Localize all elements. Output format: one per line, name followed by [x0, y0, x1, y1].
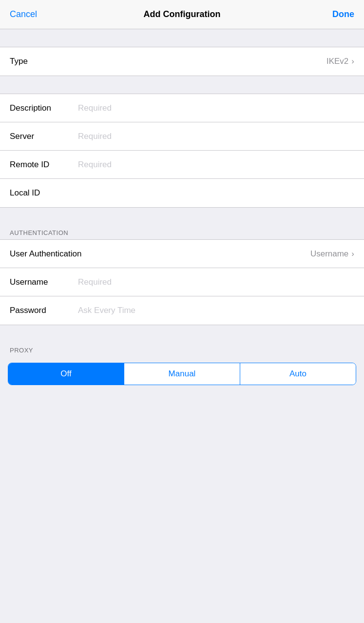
proxy-section-header: PROXY	[0, 343, 364, 357]
password-input[interactable]	[73, 306, 354, 315]
server-input[interactable]	[73, 132, 354, 141]
type-section: Type IKEv2 ›	[0, 47, 364, 76]
authentication-section: User Authentication Username › Username …	[0, 239, 364, 325]
server-info-section: Description Server Remote ID Local ID	[0, 94, 364, 208]
remote-id-label: Remote ID	[10, 160, 73, 170]
proxy-auto-button[interactable]: Auto	[240, 363, 356, 385]
username-label: Username	[10, 277, 73, 287]
proxy-segment-container: Off Manual Auto	[0, 357, 364, 391]
user-auth-value-container: Username ›	[310, 249, 354, 259]
description-input[interactable]	[73, 103, 354, 113]
remote-id-row[interactable]: Remote ID	[0, 151, 364, 179]
proxy-manual-button[interactable]: Manual	[124, 363, 240, 385]
proxy-segment-control: Off Manual Auto	[8, 363, 356, 385]
description-row[interactable]: Description	[0, 94, 364, 122]
password-label: Password	[10, 306, 73, 315]
type-row[interactable]: Type IKEv2 ›	[0, 47, 364, 76]
user-auth-label: User Authentication	[10, 249, 81, 259]
local-id-input[interactable]	[73, 188, 354, 198]
section-gap-2	[0, 76, 364, 94]
section-gap-1	[0, 29, 364, 47]
type-value-container: IKEv2 ›	[326, 57, 354, 66]
server-label: Server	[10, 132, 73, 141]
user-auth-row[interactable]: User Authentication Username ›	[0, 240, 364, 268]
page-title: Add Configuration	[49, 9, 315, 19]
type-chevron-icon: ›	[351, 57, 354, 66]
username-input[interactable]	[73, 277, 354, 287]
user-auth-value: Username	[310, 249, 348, 259]
type-value: IKEv2	[326, 57, 348, 66]
username-row[interactable]: Username	[0, 268, 364, 296]
password-row[interactable]: Password	[0, 296, 364, 325]
navigation-bar: Cancel Add Configuration Done	[0, 0, 364, 29]
server-row[interactable]: Server	[0, 122, 364, 151]
cancel-button[interactable]: Cancel	[10, 9, 49, 19]
description-label: Description	[10, 103, 73, 113]
local-id-row[interactable]: Local ID	[0, 179, 364, 207]
authentication-section-header: AUTHENTICATION	[0, 225, 364, 239]
done-button[interactable]: Done	[315, 9, 354, 19]
user-auth-chevron-icon: ›	[351, 249, 354, 259]
type-label: Type	[10, 57, 73, 66]
section-gap-4	[0, 325, 364, 343]
proxy-off-button[interactable]: Off	[8, 363, 124, 385]
remote-id-input[interactable]	[73, 160, 354, 170]
section-gap-3	[0, 208, 364, 225]
local-id-label: Local ID	[10, 188, 73, 198]
